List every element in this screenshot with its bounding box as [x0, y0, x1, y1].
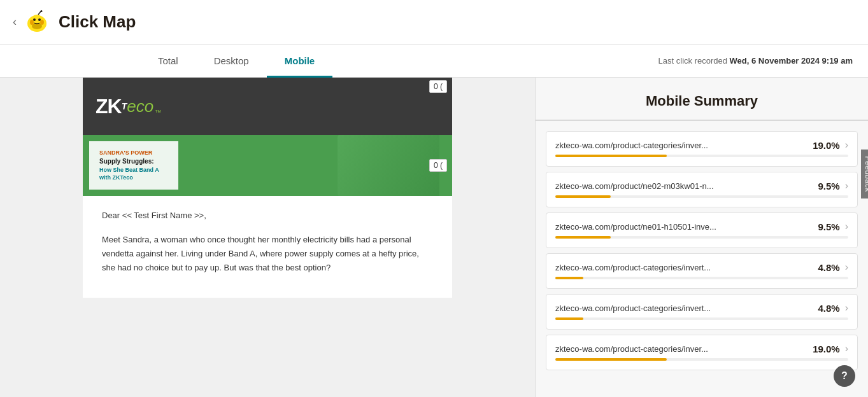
summary-item-pct: 4.8%	[818, 303, 839, 314]
email-salutation: Dear << Test First Name >>,	[102, 209, 433, 223]
email-banner-section: Sandra's Power Supply Struggles: How She…	[83, 135, 452, 196]
summary-panel: Mobile Summary zkteco-wa.com/product-cat…	[535, 78, 868, 397]
app-header: ‹ Click Map	[0, 0, 868, 45]
email-content: ZK T eco ™ 0 ( Sandra's Power Supply Str…	[83, 78, 452, 298]
progress-bar-bg	[555, 195, 848, 198]
chevron-right-icon: ›	[845, 221, 848, 232]
progress-bar-fill	[555, 236, 611, 239]
summary-item-url: zkteco-wa.com/product-categories/inver..…	[555, 344, 813, 354]
tab-total[interactable]: Total	[140, 45, 196, 78]
summary-item[interactable]: zkteco-wa.com/product/ne02-m03kw01-n... …	[546, 172, 858, 207]
summary-item-pct: 19.0%	[813, 344, 840, 354]
page-title: Click Map	[59, 12, 136, 32]
summary-item-url: zkteco-wa.com/product/ne01-h10501-inve..…	[555, 222, 818, 232]
chevron-right-icon: ›	[845, 302, 848, 314]
back-button[interactable]: ‹	[13, 15, 17, 29]
summary-list: zkteco-wa.com/product-categories/inver..…	[536, 126, 868, 380]
last-click-info: Last click recorded Wed, 6 November 2024…	[658, 56, 868, 66]
chevron-right-icon: ›	[845, 261, 848, 273]
summary-item-pct: 19.0%	[813, 140, 840, 151]
summary-item[interactable]: zkteco-wa.com/product-categories/inver..…	[546, 335, 858, 370]
summary-item-url: zkteco-wa.com/product-categories/invert.…	[555, 303, 818, 313]
email-header-section: ZK T eco ™ 0 (	[83, 78, 452, 135]
summary-item-pct: 9.5%	[818, 221, 839, 232]
svg-point-6	[30, 20, 34, 25]
svg-point-4	[33, 18, 36, 21]
email-paragraph-1: Meet Sandra, a woman who once thought he…	[102, 233, 433, 275]
summary-item-url: zkteco-wa.com/product/ne02-m03kw01-n...	[555, 181, 818, 191]
tab-desktop[interactable]: Desktop	[196, 45, 267, 78]
summary-item[interactable]: zkteco-wa.com/product/ne01-h10501-inve..…	[546, 212, 858, 248]
svg-line-8	[38, 11, 41, 15]
main-content: ZK T eco ™ 0 ( Sandra's Power Supply Str…	[0, 78, 868, 397]
progress-bar-bg	[555, 277, 848, 279]
progress-bar-fill	[555, 277, 583, 279]
zkteco-logo: ZK T eco ™	[96, 95, 161, 118]
tabs-container: Total Desktop Mobile	[140, 45, 332, 77]
click-badge-banner: 0 (	[429, 159, 447, 172]
help-button[interactable]: ?	[834, 365, 855, 387]
click-badge-header: 0 (	[429, 80, 447, 93]
mailchimp-logo	[24, 10, 50, 35]
summary-item-url: zkteco-wa.com/product-categories/invert.…	[555, 263, 818, 272]
summary-item-pct: 9.5%	[818, 181, 839, 192]
progress-bar-fill	[555, 358, 667, 361]
summary-item-pct: 4.8%	[818, 262, 839, 273]
tabs-bar: Total Desktop Mobile Last click recorded…	[0, 45, 868, 78]
banner-figure	[338, 135, 439, 196]
progress-bar-bg	[555, 358, 848, 361]
email-preview-panel[interactable]: ZK T eco ™ 0 ( Sandra's Power Supply Str…	[0, 78, 535, 397]
feedback-tab[interactable]: Feedback	[861, 150, 868, 198]
progress-bar-fill	[555, 155, 667, 157]
summary-item[interactable]: zkteco-wa.com/product-categories/invert.…	[546, 294, 858, 330]
summary-item[interactable]: zkteco-wa.com/product-categories/invert.…	[546, 253, 858, 289]
progress-bar-bg	[555, 236, 848, 239]
svg-point-9	[41, 10, 43, 12]
progress-bar-fill	[555, 195, 611, 198]
summary-title: Mobile Summary	[536, 78, 868, 121]
progress-bar-bg	[555, 317, 848, 320]
banner-text-box: Sandra's Power Supply Struggles: How She…	[89, 141, 178, 190]
summary-item-url: zkteco-wa.com/product-categories/inver..…	[555, 141, 813, 150]
chevron-right-icon: ›	[845, 139, 848, 151]
chevron-right-icon: ›	[845, 343, 848, 354]
svg-point-5	[38, 18, 41, 21]
tab-mobile[interactable]: Mobile	[267, 45, 333, 78]
progress-bar-bg	[555, 155, 848, 157]
summary-item[interactable]: zkteco-wa.com/product-categories/inver..…	[546, 131, 858, 167]
progress-bar-fill	[555, 317, 583, 320]
email-body: Dear << Test First Name >>, Meet Sandra,…	[83, 196, 452, 298]
svg-point-7	[40, 20, 44, 25]
chevron-right-icon: ›	[845, 180, 848, 192]
